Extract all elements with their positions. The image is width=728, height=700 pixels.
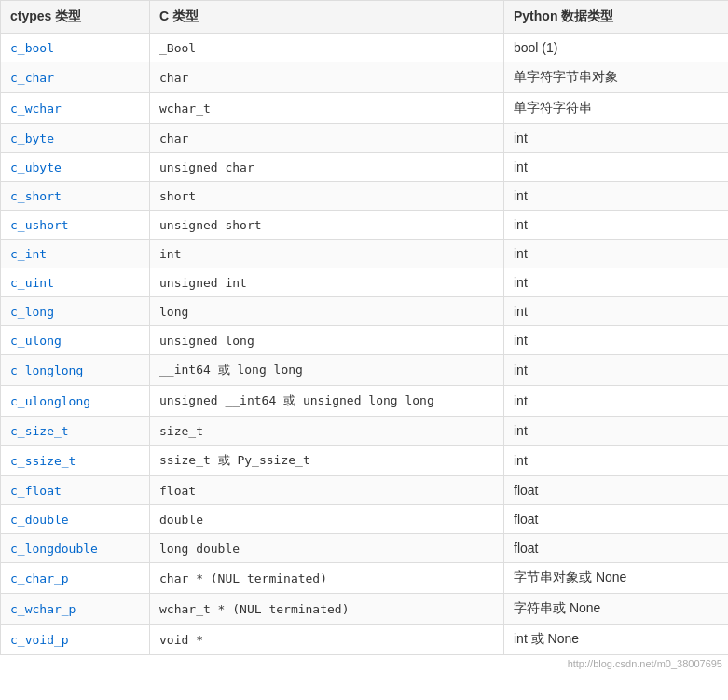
c-type-cell: long double (150, 534, 504, 563)
ctypes-type-link[interactable]: c_void_p (10, 633, 69, 647)
ctypes-type-link[interactable]: c_double (10, 513, 69, 527)
ctypes-type-link[interactable]: c_ssize_t (10, 454, 76, 468)
table-row: c_char_pchar * (NUL terminated)字节串对象或 No… (1, 563, 729, 594)
table-row: c_bytecharint (1, 124, 729, 153)
table-row: c_ushortunsigned shortint (1, 211, 729, 240)
python-type-cell: int (504, 446, 729, 476)
python-type-cell: int (504, 355, 729, 386)
table-row: c_floatfloatfloat (1, 476, 729, 505)
python-type-cell: 单字符字符串 (504, 93, 729, 124)
python-type-cell: float (504, 534, 729, 563)
ctypes-type-link[interactable]: c_ushort (10, 218, 69, 232)
table-row: c_void_pvoid *int 或 None (1, 625, 729, 655)
table-row: c_shortshortint (1, 182, 729, 211)
table-row: c_uintunsigned intint (1, 268, 729, 297)
python-type-cell: bool (1) (504, 34, 729, 62)
python-type-cell: int (504, 124, 729, 153)
ctypes-type-link[interactable]: c_bool (10, 41, 54, 55)
c-type-cell: float (150, 476, 504, 505)
c-type-cell: double (150, 505, 504, 534)
c-type-cell: _Bool (150, 34, 504, 62)
table-row: c_ulonglongunsigned __int64 或 unsigned l… (1, 386, 729, 417)
c-type-cell: wchar_t * (NUL terminated) (150, 594, 504, 625)
python-type-cell: float (504, 476, 729, 505)
c-type-cell: unsigned short (150, 211, 504, 240)
table-row: c_wcharwchar_t单字符字符串 (1, 93, 729, 124)
ctypes-type-link[interactable]: c_float (10, 484, 62, 498)
python-type-cell: 单字符字节串对象 (504, 62, 729, 93)
python-type-cell: int 或 None (504, 625, 729, 655)
python-type-cell: int (504, 417, 729, 446)
c-type-cell: unsigned int (150, 268, 504, 297)
table-row: c_ubyteunsigned charint (1, 153, 729, 182)
python-type-cell: int (504, 297, 729, 326)
python-type-cell: int (504, 182, 729, 211)
ctypes-type-link[interactable]: c_ulong (10, 334, 62, 348)
table-row: c_intintint (1, 240, 729, 268)
table-row: c_doubledoublefloat (1, 505, 729, 534)
c-type-cell: __int64 或 long long (150, 355, 504, 386)
python-type-cell: int (504, 326, 729, 355)
ctypes-type-link[interactable]: c_wchar_p (10, 602, 76, 616)
ctypes-type-link[interactable]: c_ulonglong (10, 394, 90, 408)
ctypes-type-link[interactable]: c_short (10, 189, 62, 203)
table-row: c_longlongint (1, 297, 729, 326)
python-type-cell: 字符串或 None (504, 594, 729, 625)
c-type-cell: unsigned __int64 或 unsigned long long (150, 386, 504, 417)
table-row: c_size_tsize_tint (1, 417, 729, 446)
python-type-cell: int (504, 268, 729, 297)
col-header-c: C 类型 (150, 1, 504, 34)
table-row: c_charchar单字符字节串对象 (1, 62, 729, 93)
c-type-cell: short (150, 182, 504, 211)
ctypes-type-link[interactable]: c_size_t (10, 424, 69, 438)
col-header-python: Python 数据类型 (504, 1, 729, 34)
c-type-cell: int (150, 240, 504, 268)
ctypes-type-link[interactable]: c_uint (10, 276, 54, 290)
ctypes-type-link[interactable]: c_char_p (10, 571, 69, 585)
ctypes-type-link[interactable]: c_ubyte (10, 160, 62, 174)
ctypes-type-link[interactable]: c_longlong (10, 364, 83, 377)
python-type-cell: float (504, 505, 729, 534)
c-type-cell: unsigned long (150, 326, 504, 355)
c-type-cell: char (150, 62, 504, 93)
c-type-cell: size_t (150, 417, 504, 446)
ctypes-table: ctypes 类型 C 类型 Python 数据类型 c_bool_Boolbo… (0, 0, 728, 655)
table-row: c_longdoublelong doublefloat (1, 534, 729, 563)
python-type-cell: int (504, 386, 729, 417)
ctypes-type-link[interactable]: c_long (10, 305, 54, 319)
c-type-cell: ssize_t 或 Py_ssize_t (150, 446, 504, 476)
table-row: c_wchar_pwchar_t * (NUL terminated)字符串或 … (1, 594, 729, 625)
ctypes-type-link[interactable]: c_int (10, 247, 47, 261)
c-type-cell: char * (NUL terminated) (150, 563, 504, 594)
c-type-cell: long (150, 297, 504, 326)
ctypes-type-link[interactable]: c_longdouble (10, 542, 98, 556)
ctypes-type-link[interactable]: c_byte (10, 131, 54, 145)
col-header-ctypes: ctypes 类型 (1, 1, 150, 34)
ctypes-type-link[interactable]: c_wchar (10, 102, 62, 116)
watermark: http://blog.csdn.net/m0_38007695 (0, 655, 728, 672)
table-row: c_bool_Boolbool (1) (1, 34, 729, 62)
c-type-cell: wchar_t (150, 93, 504, 124)
c-type-cell: unsigned char (150, 153, 504, 182)
python-type-cell: int (504, 153, 729, 182)
table-row: c_longlong__int64 或 long longint (1, 355, 729, 386)
ctypes-type-link[interactable]: c_char (10, 71, 54, 85)
python-type-cell: int (504, 211, 729, 240)
table-row: c_ulongunsigned longint (1, 326, 729, 355)
c-type-cell: void * (150, 625, 504, 655)
python-type-cell: 字节串对象或 None (504, 563, 729, 594)
table-header-row: ctypes 类型 C 类型 Python 数据类型 (1, 1, 729, 34)
python-type-cell: int (504, 240, 729, 268)
c-type-cell: char (150, 124, 504, 153)
table-row: c_ssize_tssize_t 或 Py_ssize_tint (1, 446, 729, 476)
